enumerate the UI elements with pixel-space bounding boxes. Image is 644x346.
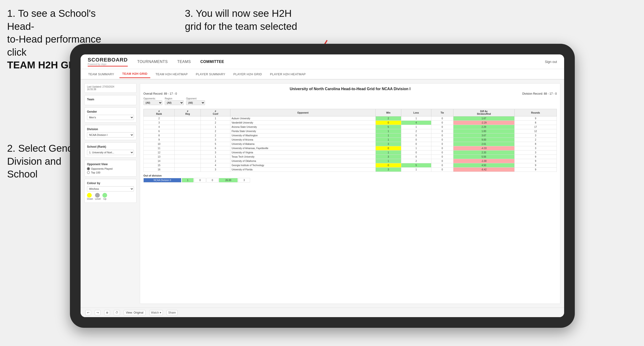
cell-opponent: Texas Tech University	[230, 155, 376, 159]
cell-diff: -2.29	[453, 121, 514, 125]
col-win: Win	[376, 109, 401, 116]
nav-teams[interactable]: TEAMS	[177, 59, 191, 65]
cell-win: 1	[376, 129, 401, 134]
nav-tournaments[interactable]: TOURNAMENTS	[137, 59, 168, 65]
cell-rounds: 3	[514, 151, 556, 155]
gender-select[interactable]: Men's	[87, 115, 134, 120]
school-select[interactable]: 1. University of Nort...	[87, 150, 134, 155]
cell-reg	[174, 155, 200, 159]
division-select[interactable]: NCAA Division I	[87, 132, 134, 138]
view-original-btn[interactable]: View: Original	[124, 310, 146, 315]
radio-dot-1	[87, 167, 90, 170]
cell-rank: 6	[144, 129, 175, 134]
cell-reg	[174, 146, 200, 151]
colour-select[interactable]: Win/loss	[87, 186, 134, 191]
logo-sub: Powered by clippi	[88, 63, 128, 66]
cell-loss: 4	[401, 121, 431, 125]
subnav-team-h2h-heatmap[interactable]: TEAM H2H HEATMAP	[153, 71, 190, 78]
clock-btn[interactable]: ⏱	[114, 310, 120, 315]
division-record: Division Record: 88 - 17 - 0	[522, 92, 557, 95]
cell-conf: 6	[201, 146, 230, 151]
radio-dot-2	[87, 171, 90, 174]
cell-reg	[174, 168, 200, 172]
logo-area: SCOREBOARD Powered by clippi	[88, 57, 128, 66]
cell-opponent: University of Arizona	[230, 138, 376, 142]
division-label: Division	[87, 128, 134, 131]
cell-win: 0	[376, 146, 401, 151]
cell-rank: 16	[144, 168, 175, 172]
sign-out-button[interactable]: Sign out	[545, 60, 557, 64]
undo-btn[interactable]: ↩	[85, 310, 91, 315]
cell-reg	[174, 129, 200, 134]
cell-conf: 3	[201, 138, 230, 142]
swatch-up	[102, 193, 107, 198]
table-row: 2 1 Auburn University 2 1 0 1.67 9	[144, 116, 557, 121]
cell-rounds: 2	[514, 138, 556, 142]
nav-committee[interactable]: COMMITTEE	[200, 59, 224, 65]
subnav-player-h2h-heatmap[interactable]: PLAYER H2H HEATMAP	[267, 71, 308, 78]
label-up: Up	[102, 198, 107, 200]
cell-rounds: 12	[514, 129, 556, 134]
cell-rank: 11	[144, 146, 175, 151]
table-row: 11 6 University of Arkansas, Fayettevill…	[144, 146, 557, 151]
subnav-team-h2h-grid[interactable]: TEAM H2H GRID	[120, 70, 150, 78]
color-legend: Down Level Up	[87, 193, 134, 200]
opponents-filter: Opponents: (All)	[144, 97, 162, 105]
radio-opponents-played[interactable]: Opponents Played	[87, 167, 134, 170]
table-row: 9 3 University of Arizona 1 0 0 9.00 2	[144, 138, 557, 142]
watch-btn[interactable]: Watch ▾	[149, 310, 163, 315]
cell-rank: 12	[144, 151, 175, 155]
cell-rank: 3	[144, 121, 175, 125]
opponent-select[interactable]: (All)	[186, 100, 205, 105]
cell-opponent: Auburn University	[230, 116, 376, 121]
zoom-btn[interactable]: ⊕	[104, 310, 110, 315]
region-select[interactable]: (All)	[165, 100, 184, 105]
colour-label: Colour by	[87, 181, 134, 185]
overall-record: Overall Record: 89 - 17 - 0	[144, 92, 177, 95]
cell-win: 0	[376, 163, 401, 168]
cell-rounds: 3	[514, 134, 556, 138]
cell-loss: 0	[401, 142, 431, 146]
subnav-player-h2h-grid[interactable]: PLAYER H2H GRID	[230, 71, 265, 78]
cell-rank: 2	[144, 116, 175, 121]
cell-tie: 0	[431, 159, 453, 163]
redo-btn[interactable]: ↪	[95, 310, 100, 315]
timestamp-box: Last Updated: 27/03/202416:55:38	[84, 83, 136, 93]
cell-opponent: University of Florida	[230, 168, 376, 172]
cell-rounds: 9	[514, 116, 556, 121]
cell-diff: -6.42	[453, 168, 514, 172]
opponents-select[interactable]: (All)	[144, 100, 162, 105]
cell-opponent: Georgia Institute of Technology	[230, 163, 376, 168]
out-of-division: Out of division NCAA Division II 1 0 0 2…	[144, 174, 557, 182]
cell-rank: 9	[144, 138, 175, 142]
logo-bar	[88, 66, 128, 66]
cell-diff: 5.56	[453, 155, 514, 159]
cell-opponent: University of Arkansas, Fayetteville	[230, 146, 376, 151]
cell-win: 1	[376, 138, 401, 142]
cell-rounds: 3	[514, 146, 556, 151]
swatch-down	[87, 193, 92, 198]
cell-conf: 1	[201, 116, 230, 121]
cell-diff: 2.29	[453, 125, 514, 129]
cell-tie: 0	[431, 146, 453, 151]
subnav-player-summary[interactable]: PLAYER SUMMARY	[193, 71, 228, 78]
table-container: #Rank #Reg #Conf Opponent Win Loss Tie D…	[144, 109, 557, 300]
radio-top100[interactable]: Top 100	[87, 171, 134, 174]
team-label: Team	[87, 98, 134, 101]
cell-loss: 0	[401, 155, 431, 159]
subnav-team-summary[interactable]: TEAM SUMMARY	[85, 71, 117, 78]
annotation-3: 3. You will now see H2H grid for the tea…	[185, 7, 327, 33]
cell-win: 1	[376, 151, 401, 155]
cell-conf: 3	[201, 168, 230, 172]
out-tie: 0	[206, 178, 218, 182]
cell-rank: 15	[144, 163, 175, 168]
cell-rounds: 9	[514, 155, 556, 159]
table-row: 15 4 Georgia Institute of Technology 0 5…	[144, 163, 557, 168]
table-row: 14 2 University of Oklahoma 1 2 0 -1.00 …	[144, 159, 557, 163]
radio-group: Opponents Played Top 100	[87, 167, 134, 174]
label-down: Down	[87, 198, 93, 200]
share-btn[interactable]: Share	[167, 310, 178, 315]
cell-tie: 0	[431, 138, 453, 142]
tablet-frame: SCOREBOARD Powered by clippi TOURNAMENTS…	[70, 44, 575, 328]
cell-reg	[174, 116, 200, 121]
